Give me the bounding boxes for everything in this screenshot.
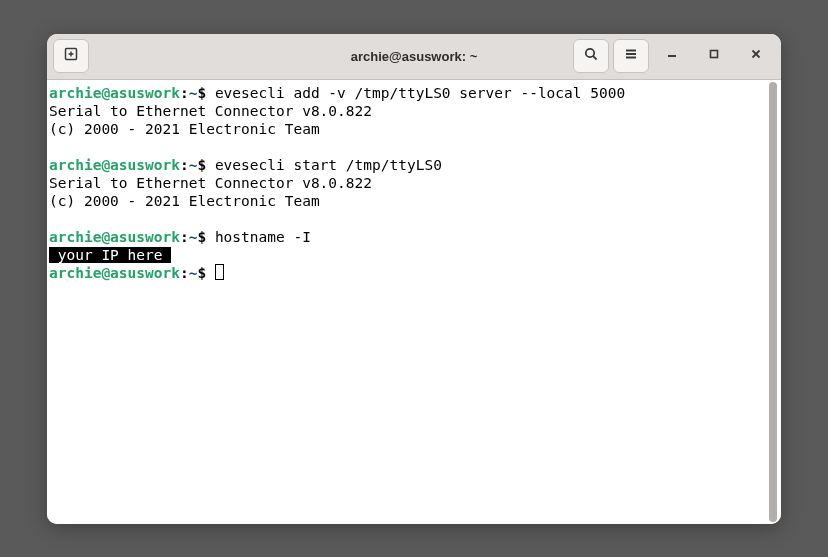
titlebar: archie@asuswork: ~ [47,34,781,80]
prompt-sep: : [180,85,189,101]
cursor [215,264,224,280]
command-text [206,265,215,281]
search-icon [583,46,599,66]
terminal-content: archie@asuswork:~$ evesecli add -v /tmp/… [49,84,779,282]
prompt-user: archie@asuswork [49,85,180,101]
svg-point-3 [586,49,594,57]
menu-icon [623,46,639,66]
terminal-window: archie@asuswork: ~ [47,34,781,524]
svg-line-4 [593,56,596,59]
prompt-user: archie@asuswork [49,157,180,173]
prompt-sep: : [180,229,189,245]
titlebar-right [573,39,775,73]
new-tab-button[interactable] [53,39,89,73]
prompt-symbol: $ [197,265,206,281]
svg-rect-9 [711,51,718,58]
scrollbar-thumb[interactable] [769,82,777,522]
menu-button[interactable] [613,39,649,73]
highlighted-output: your IP here [49,247,171,263]
minimize-button[interactable] [653,39,691,73]
close-button[interactable] [737,39,775,73]
maximize-icon [707,47,721,65]
output-line: Serial to Ethernet Connector v8.0.822 [49,102,779,120]
command-text: hostname -I [206,229,311,245]
prompt-sep: : [180,157,189,173]
command-text: evesecli add -v /tmp/ttyLS0 server --loc… [206,85,625,101]
close-icon [749,47,763,65]
output-line: (c) 2000 - 2021 Electronic Team [49,120,779,138]
terminal-body[interactable]: archie@asuswork:~$ evesecli add -v /tmp/… [47,80,781,524]
prompt-symbol: $ [197,85,206,101]
new-tab-icon [63,46,79,66]
prompt-symbol: $ [197,229,206,245]
prompt-sep: : [180,265,189,281]
scrollbar[interactable] [769,82,779,522]
minimize-icon [665,47,679,65]
search-button[interactable] [573,39,609,73]
maximize-button[interactable] [695,39,733,73]
prompt-user: archie@asuswork [49,229,180,245]
prompt-symbol: $ [197,157,206,173]
output-line: (c) 2000 - 2021 Electronic Team [49,192,779,210]
command-text: evesecli start /tmp/ttyLS0 [206,157,442,173]
titlebar-left [53,39,89,73]
output-line: Serial to Ethernet Connector v8.0.822 [49,174,779,192]
prompt-user: archie@asuswork [49,265,180,281]
